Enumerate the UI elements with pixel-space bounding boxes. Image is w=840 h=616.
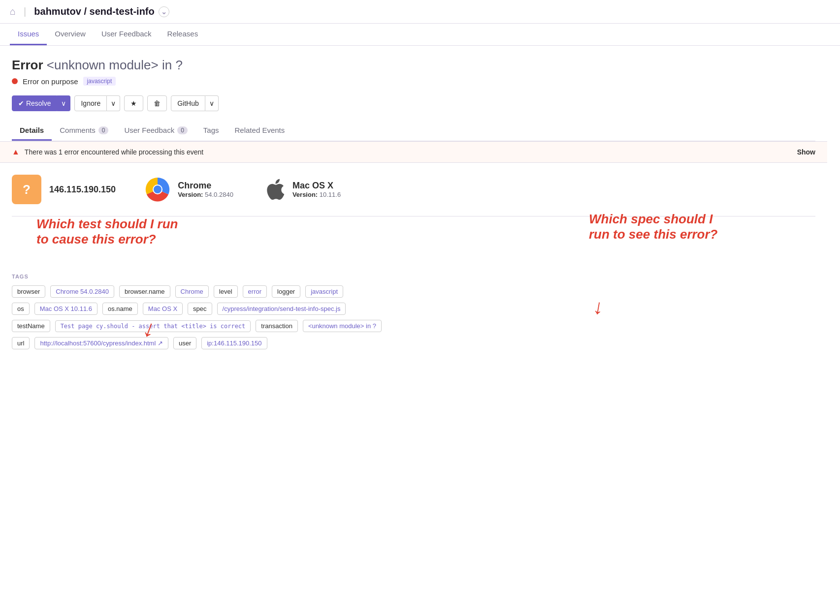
annotation-left: Which test should I runto cause this err… xyxy=(36,216,194,247)
warning-bar: ▲ There was 1 error encountered while pr… xyxy=(0,141,827,163)
resolve-button[interactable]: ✔ Resolve xyxy=(12,95,57,111)
os-name: Mac OS X xyxy=(292,181,341,191)
tag-val-os-name[interactable]: Mac OS X xyxy=(143,303,183,315)
ip-icon: ? xyxy=(12,175,41,204)
apple-icon xyxy=(263,177,285,202)
tag-key-logger: logger xyxy=(272,285,300,298)
ip-address: 146.115.190.150 xyxy=(49,185,116,195)
tab-user-feedback[interactable]: User Feedback xyxy=(94,24,160,45)
tag-key-browser: browser xyxy=(12,285,45,298)
show-link[interactable]: Show xyxy=(797,148,815,156)
os-info: Mac OS X Version: 10.11.6 xyxy=(263,175,341,204)
tag-key-browser-name: browser.name xyxy=(119,285,170,298)
tag-key-url: url xyxy=(12,337,30,349)
tag-val-browser-name[interactable]: Chrome xyxy=(175,285,209,298)
tag-val-os[interactable]: Mac OS X 10.11.6 xyxy=(34,303,97,315)
tags-row-3: testName Test page cy.should - assert th… xyxy=(12,320,815,332)
project-title: bahmutov / send-test-info ⌄ xyxy=(34,6,169,17)
tab-issues[interactable]: Issues xyxy=(10,24,47,45)
user-feedback-count: 0 xyxy=(177,126,188,134)
ip-info: ? 146.115.190.150 xyxy=(12,175,116,204)
home-icon[interactable]: ⌂ xyxy=(10,6,16,17)
project-name: bahmutov / send-test-info xyxy=(34,6,154,17)
error-meta: Error on purpose javascript xyxy=(12,77,815,86)
tab-user-feedback-detail[interactable]: User Feedback 0 xyxy=(116,121,195,141)
annotation-right: Which spec should Irun to see this error… xyxy=(589,212,766,242)
status-dot xyxy=(12,78,18,84)
github-dropdown[interactable]: ∨ xyxy=(205,95,219,111)
tab-related-events[interactable]: Related Events xyxy=(227,121,293,141)
tag-key-level: level xyxy=(214,285,238,298)
ip-text: 146.115.190.150 xyxy=(49,185,116,195)
error-message: <unknown module> in ? xyxy=(47,58,183,72)
delete-button[interactable]: 🗑 xyxy=(147,95,167,111)
tag-key-testname: testName xyxy=(12,320,50,332)
tag-key-spec: spec xyxy=(188,303,212,315)
tab-tags[interactable]: Tags xyxy=(195,121,227,141)
tab-releases[interactable]: Releases xyxy=(160,24,206,45)
tags-row-1: browser Chrome 54.0.2840 browser.name Ch… xyxy=(12,285,815,298)
browser-name: Chrome xyxy=(178,181,233,191)
warning-text: There was 1 error encountered while proc… xyxy=(25,148,203,156)
tags-row-2: os Mac OS X 10.11.6 os.name Mac OS X spe… xyxy=(12,303,815,315)
ignore-button[interactable]: Ignore xyxy=(74,95,107,111)
project-dropdown[interactable]: ⌄ xyxy=(159,6,169,17)
os-version: Version: 10.11.6 xyxy=(292,191,341,198)
os-text: Mac OS X Version: 10.11.6 xyxy=(292,181,341,198)
ignore-dropdown[interactable]: ∨ xyxy=(107,95,120,111)
tag-val-browser[interactable]: Chrome 54.0.2840 xyxy=(50,285,114,298)
browser-info: Chrome Version: 54.0.2840 xyxy=(145,175,233,204)
resolve-dropdown[interactable]: ∨ xyxy=(57,95,70,111)
tag-val-level[interactable]: error xyxy=(243,285,267,298)
comments-count: 0 xyxy=(98,126,109,134)
github-button[interactable]: GitHub xyxy=(171,95,205,111)
info-section: ? 146.115.190.150 xyxy=(12,163,815,216)
browser-text: Chrome Version: 54.0.2840 xyxy=(178,181,233,198)
top-bar: ⌂ | bahmutov / send-test-info ⌄ xyxy=(0,0,840,24)
tab-overview[interactable]: Overview xyxy=(47,24,94,45)
tag-key-user: user xyxy=(173,337,196,349)
tag-key-transaction: transaction xyxy=(256,320,298,332)
main-content: Error <unknown module> in ? Error on pur… xyxy=(0,46,827,377)
detail-tabs: Details Comments 0 User Feedback 0 Tags … xyxy=(12,121,815,141)
error-label: Error on purpose xyxy=(23,77,78,86)
tags-row-4: url http://localhost:57600/cypress/index… xyxy=(12,337,815,349)
action-bar: ✔ Resolve ∨ Ignore ∨ ★ 🗑 GitHub ∨ xyxy=(12,95,815,111)
browser-version: Version: 54.0.2840 xyxy=(178,191,233,198)
error-title: Error <unknown module> in ? xyxy=(12,58,815,73)
warning-content: ▲ There was 1 error encountered while pr… xyxy=(12,148,203,156)
tag-val-user[interactable]: ip:146.115.190.150 xyxy=(201,337,267,349)
error-type: Error xyxy=(12,58,43,72)
tag-val-spec[interactable]: /cypress/integration/send-test-info-spec… xyxy=(217,303,346,315)
tags-label: TAGS xyxy=(12,274,815,279)
nav-tabs: Issues Overview User Feedback Releases xyxy=(0,24,840,46)
tag-val-logger[interactable]: javascript xyxy=(305,285,343,298)
tag-val-transaction[interactable]: <unknown module> in ? xyxy=(303,320,382,332)
tags-grid: browser Chrome 54.0.2840 browser.name Ch… xyxy=(12,285,815,349)
svg-point-2 xyxy=(154,185,162,193)
error-tag[interactable]: javascript xyxy=(83,77,116,86)
warning-icon: ▲ xyxy=(12,148,20,156)
bookmark-button[interactable]: ★ xyxy=(124,95,143,111)
tab-details[interactable]: Details xyxy=(12,121,52,141)
tag-key-os-name: os.name xyxy=(102,303,138,315)
tab-comments[interactable]: Comments 0 xyxy=(52,121,116,141)
chrome-icon xyxy=(145,177,170,202)
tags-annotation-area: Which test should I runto cause this err… xyxy=(12,216,815,365)
tag-key-os: os xyxy=(12,303,30,315)
